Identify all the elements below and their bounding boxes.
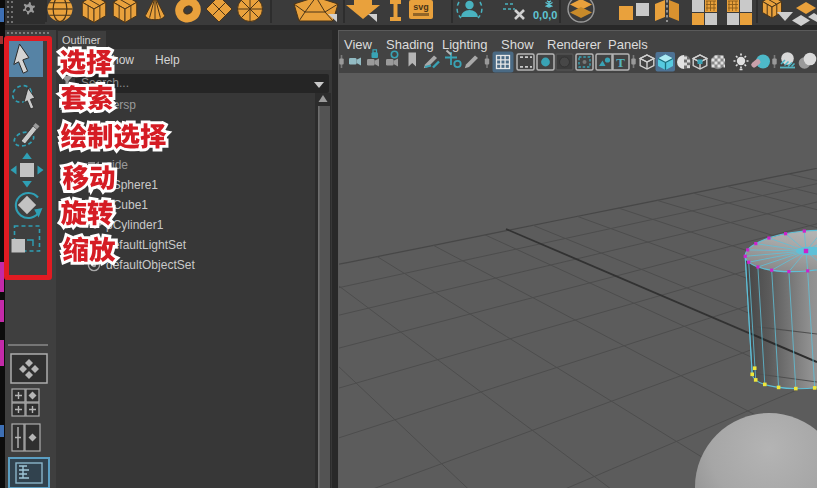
svg-text:T: T <box>616 55 625 70</box>
